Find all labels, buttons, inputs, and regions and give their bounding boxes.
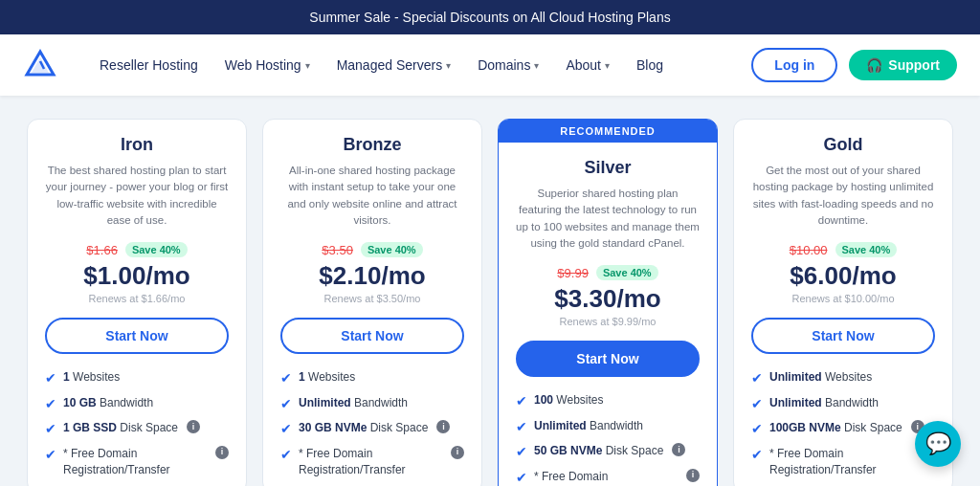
check-icon: ✔ <box>45 395 56 414</box>
check-icon: ✔ <box>280 395 292 414</box>
info-icon[interactable]: i <box>187 420 200 433</box>
feature-text: 1 Websites <box>63 369 120 386</box>
check-icon: ✔ <box>45 369 56 388</box>
feature-text: 50 GB NVMe Disk Space <box>534 443 663 459</box>
chevron-down-icon: ▾ <box>305 60 310 71</box>
feature-text: Unlimited Bandwidth <box>299 395 408 411</box>
save-badge-iron: Save 40% <box>125 242 188 257</box>
old-price-bronze: $3.50 <box>322 243 353 257</box>
feature-text: Unlimited Bandwidth <box>769 395 879 411</box>
feature-text: 100 Websites <box>534 392 604 409</box>
old-price-silver: $9.99 <box>557 266 589 280</box>
price-row-silver: $9.99 Save 40% <box>516 265 700 280</box>
main-price-iron: $1.00/mo <box>45 261 229 291</box>
pricing-cards: Iron The best shared hosting plan to sta… <box>0 96 980 486</box>
check-icon: ✔ <box>280 369 292 388</box>
plan-desc-gold: Get the most out of your shared hosting … <box>751 163 935 229</box>
login-button[interactable]: Log in <box>751 48 837 82</box>
feature-text: 1 Websites <box>299 369 355 386</box>
card-body-gold: Gold Get the most out of your shared hos… <box>734 120 952 369</box>
chevron-down-icon: ▾ <box>534 60 539 71</box>
start-button-silver[interactable]: Start Now <box>516 341 700 377</box>
recommended-badge: RECOMMENDED <box>499 120 717 143</box>
nav-domains[interactable]: Domains ▾ <box>466 50 550 80</box>
pricing-card-iron: Iron The best shared hosting plan to sta… <box>27 119 247 486</box>
feature-item: ✔ Unlimited Bandwidth <box>280 395 464 414</box>
feature-item: ✔ 50 GB NVMe Disk Space i <box>516 443 700 462</box>
feature-item: ✔ 100GB NVMe Disk Space i <box>751 420 935 439</box>
old-price-gold: $10.00 <box>790 243 828 257</box>
feature-text: Unlimited Websites <box>769 369 872 386</box>
info-icon[interactable]: i <box>215 446 229 459</box>
plan-desc-silver: Superior shared hosting plan featuring t… <box>516 186 700 252</box>
chat-bubble[interactable]: 💬 <box>915 421 961 467</box>
feature-text: * Free Domain Registration/Transfer <box>299 446 442 478</box>
feature-item: ✔ 1 Websites <box>45 369 229 388</box>
feature-text: 30 GB NVMe Disk Space <box>299 420 428 436</box>
main-price-bronze: $2.10/mo <box>280 261 464 291</box>
nav-web-hosting[interactable]: Web Hosting ▾ <box>213 50 322 80</box>
features-iron: ✔ 1 Websites ✔ 10 GB Bandwidth ✔ 1 GB SS… <box>28 369 246 477</box>
start-button-bronze[interactable]: Start Now <box>280 318 464 354</box>
info-icon[interactable]: i <box>436 420 450 433</box>
feature-item: ✔ 30 GB NVMe Disk Space i <box>280 420 464 439</box>
renews-iron: Renews at $1.66/mo <box>45 293 229 304</box>
logo[interactable] <box>23 48 57 82</box>
feature-text: * Free Domain Registration/Transfer <box>63 446 207 478</box>
promo-banner: Summer Sale - Special Discounts on All C… <box>0 0 980 34</box>
feature-text: 1 GB SSD Disk Space <box>63 420 178 436</box>
card-body-silver: Silver Superior shared hosting plan feat… <box>499 143 717 392</box>
price-row-iron: $1.66 Save 40% <box>45 242 229 257</box>
start-button-iron[interactable]: Start Now <box>45 318 229 354</box>
check-icon: ✔ <box>516 392 527 411</box>
banner-text: Summer Sale - Special Discounts on All C… <box>309 10 670 25</box>
chevron-down-icon: ▾ <box>446 60 451 71</box>
support-button[interactable]: 🎧 Support <box>849 50 957 80</box>
feature-item: ✔ 1 GB SSD Disk Space i <box>45 420 229 439</box>
check-icon: ✔ <box>751 420 763 439</box>
nav-reseller-hosting[interactable]: Reseller Hosting <box>88 50 210 80</box>
features-bronze: ✔ 1 Websites ✔ Unlimited Bandwidth ✔ 30 … <box>263 369 481 477</box>
check-icon: ✔ <box>516 418 527 437</box>
check-icon: ✔ <box>751 369 763 388</box>
price-row-bronze: $3.50 Save 40% <box>280 242 464 257</box>
feature-item: ✔ 10 GB Bandwidth <box>45 395 229 414</box>
feature-item: ✔ * Free Domain Registration/Transfer i <box>751 446 935 478</box>
features-gold: ✔ Unlimited Websites ✔ Unlimited Bandwid… <box>734 369 952 477</box>
price-row-gold: $10.00 Save 40% <box>751 242 935 257</box>
check-icon: ✔ <box>280 446 292 465</box>
feature-item: ✔ * Free Domain Registration/Transfer i <box>45 446 229 478</box>
check-icon: ✔ <box>751 395 763 414</box>
info-icon[interactable]: i <box>672 443 685 456</box>
plan-title-silver: Silver <box>516 158 700 178</box>
feature-item: ✔ 1 Websites <box>280 369 464 388</box>
card-body-bronze: Bronze All-in-one shared hosting package… <box>263 120 481 369</box>
pricing-card-bronze: Bronze All-in-one shared hosting package… <box>262 119 482 486</box>
features-silver: ✔ 100 Websites ✔ Unlimited Bandwidth ✔ 5… <box>499 392 717 486</box>
check-icon: ✔ <box>516 443 527 462</box>
check-icon: ✔ <box>516 469 527 486</box>
nav-actions: Log in 🎧 Support <box>751 48 957 82</box>
plan-title-gold: Gold <box>751 135 935 155</box>
renews-gold: Renews at $10.00/mo <box>751 293 935 304</box>
check-icon: ✔ <box>45 446 56 465</box>
info-icon[interactable]: i <box>451 446 464 459</box>
save-badge-gold: Save 40% <box>835 242 898 257</box>
start-button-gold[interactable]: Start Now <box>751 318 935 354</box>
old-price-iron: $1.66 <box>86 243 118 257</box>
main-price-silver: $3.30/mo <box>516 284 700 314</box>
info-icon[interactable]: i <box>686 469 700 482</box>
renews-bronze: Renews at $3.50/mo <box>280 293 464 304</box>
feature-item: ✔ Unlimited Bandwidth <box>751 395 935 414</box>
feature-text: * Free Domain Registration/Transfer <box>534 469 678 486</box>
feature-text: * Free Domain Registration/Transfer <box>769 446 913 478</box>
nav-about[interactable]: About ▾ <box>554 50 621 80</box>
nav-blog[interactable]: Blog <box>625 50 675 80</box>
feature-text: 100GB NVMe Disk Space <box>769 420 902 436</box>
feature-item: ✔ * Free Domain Registration/Transfer i <box>516 469 700 486</box>
feature-text: 10 GB Bandwidth <box>63 395 153 411</box>
plan-title-iron: Iron <box>45 135 229 155</box>
feature-item: ✔ Unlimited Bandwidth <box>516 418 700 437</box>
nav-managed-servers[interactable]: Managed Servers ▾ <box>325 50 463 80</box>
chevron-down-icon: ▾ <box>605 60 610 71</box>
